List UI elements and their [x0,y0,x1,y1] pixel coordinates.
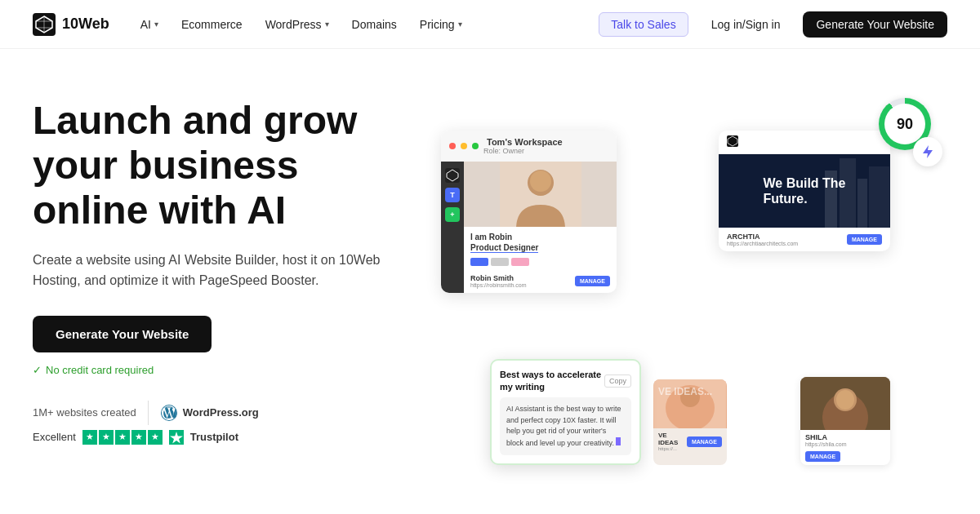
dot-green [472,143,479,149]
ideas-url: https://... [658,446,687,451]
divider [148,401,149,425]
archtia-card: We Build TheFuture. ARCHTIA https://arch… [719,131,890,251]
archtia-site-url: https://archtiaarchitects.com [727,241,798,246]
ideas-name: VE IDEAS [658,432,687,446]
ideas-overlay-text: VE IDEAS... [658,386,712,397]
workspace-header: Tom's Workspace Role: Owner [441,131,617,162]
hero-mockup: 90 Tom's Workspace Role: Owner [441,90,947,490]
archtia-image: We Build TheFuture. [719,154,890,228]
score-number: 90 [884,104,925,144]
designer-tags [464,258,617,271]
ai-card-header: Best ways to accelerate my writing Copy [500,369,631,392]
hero-left: Launch and grow your business online wit… [33,90,408,445]
copy-button[interactable]: Copy [604,374,631,388]
hero-subtitle: Create a website using AI Website Builde… [33,250,408,291]
ai-writing-card: Best ways to accelerate my writing Copy … [490,359,641,465]
nav-item-wordpress[interactable]: WordPress ▾ [265,18,329,31]
hero-title: Launch and grow your business online wit… [33,98,408,233]
nav-item-domains[interactable]: Domains [352,18,397,31]
bolt-badge [913,137,942,166]
generate-website-hero-button[interactable]: Generate Your Website [33,316,212,352]
generate-website-nav-button[interactable]: Generate Your Website [803,11,947,38]
nav-item-ai[interactable]: AI ▾ [140,18,158,31]
logo-text: 10Web [62,16,109,33]
nav-item-ecommerce[interactable]: Ecommerce [181,18,243,31]
workspace-subtitle: Role: Owner [483,147,563,155]
chevron-down-icon: ▾ [325,20,329,29]
archtia-header [719,131,890,154]
dot-yellow [461,143,467,149]
svg-point-6 [530,171,551,192]
star-1: ★ [82,430,97,445]
workspace-sidebar: T + [441,162,464,293]
star-2: ★ [99,430,114,445]
ideas-manage-row: VE IDEAS https://... MANAGE [653,428,727,454]
svg-rect-7 [727,135,738,147]
ai-card-title: Best ways to accelerate my writing [500,369,604,392]
ai-card-body: AI Assistant is the best way to write an… [500,397,631,455]
designer-url: https://robinsmith.com [470,282,526,288]
person-illustration [500,162,581,227]
chevron-down-icon: ▾ [458,20,462,29]
star-5: ★ [148,430,163,445]
ideas-card: VE IDEAS... VE IDEAS https://... MANAGE [653,379,727,465]
svg-rect-12 [869,166,889,228]
workspace-logo-icon [445,168,460,183]
designer-info: Robin Smith https://robinsmith.com [470,274,526,288]
hero-section: Launch and grow your business online wit… [0,49,980,490]
trustpilot-label: Trustpilot [190,431,238,443]
sidebar-plus-icon: + [445,207,460,222]
archtia-site-info: ARCHTIA https://archtiaarchitects.com [727,233,798,246]
workspace-body: T + I am RobinProduct Design [441,162,617,293]
archtia-site-name: ARCHTIA [727,233,798,241]
designer-role: I am RobinProduct Designer [464,227,617,258]
workspace-main: I am RobinProduct Designer Robin Smith h… [464,162,617,293]
tag-1 [470,258,488,266]
social-proof: 1M+ websites created WordPress.org Excel… [33,401,408,445]
svg-rect-3 [445,168,460,183]
trustpilot-icon [169,430,184,445]
star-rating: ★ ★ ★ ★ ★ [82,430,163,445]
archtia-headline: We Build TheFuture. [763,175,845,206]
designer-manage-button[interactable]: MANAGE [575,276,610,286]
navbar: 10Web AI ▾ Ecommerce WordPress ▾ Domains… [0,0,980,49]
talk-to-sales-button[interactable]: Talk to Sales [599,12,688,37]
trustpilot-row: Excellent ★ ★ ★ ★ ★ Trustpilot [33,430,408,445]
dot-red [449,143,456,149]
wordpress-badge: WordPress.org [160,404,259,422]
archtia-manage-button[interactable]: MANAGE [847,234,882,245]
shila-illustration [800,377,890,430]
star-3: ★ [115,430,130,445]
shila-site-name: SHILA [805,433,885,441]
archtia-logo-icon [727,135,738,147]
sidebar-t-icon: T [445,188,460,202]
workspace-card: Tom's Workspace Role: Owner T + [441,131,617,293]
designer-name: Robin Smith [470,274,526,282]
designer-manage-row: Robin Smith https://robinsmith.com MANAG… [464,271,617,293]
login-button[interactable]: Log in/Sign in [711,18,781,31]
nav-item-pricing[interactable]: Pricing ▾ [420,18,462,31]
website-count: 1M+ websites created [33,406,136,419]
archtia-footer: ARCHTIA https://archtiaarchitects.com MA… [719,228,890,251]
cursor-icon [616,437,621,445]
chevron-down-icon: ▾ [154,20,158,29]
shila-bottom: SHILA https://shila.com MANAGE [800,430,890,465]
shila-manage-button[interactable]: MANAGE [805,451,840,462]
workspace-title: Tom's Workspace [487,137,563,147]
tag-3 [511,258,529,266]
logo[interactable]: 10Web [33,13,109,36]
tag-2 [491,258,509,266]
svg-rect-11 [858,179,867,228]
ideas-image: VE IDEAS... [653,379,727,428]
shila-image [800,377,890,430]
shila-card: SHILA https://shila.com MANAGE [800,377,890,465]
star-4: ★ [131,430,146,445]
designer-image [464,162,617,227]
svg-point-19 [836,390,854,410]
ideas-manage-button[interactable]: MANAGE [687,436,722,447]
shila-site-url: https://shila.com [805,441,885,447]
no-credit-label: No credit card required [33,364,408,376]
